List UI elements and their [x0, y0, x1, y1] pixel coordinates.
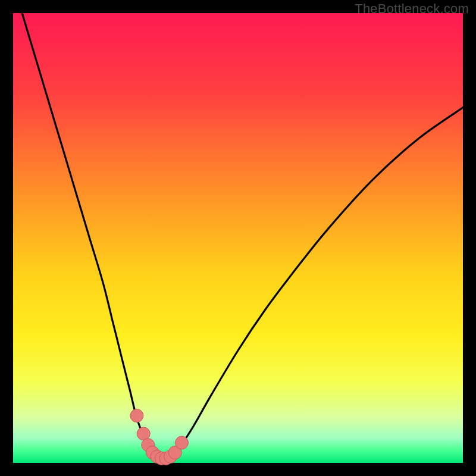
bottleneck-curve-svg: [13, 13, 463, 463]
watermark-text: TheBottleneck.com: [355, 1, 469, 17]
highlight-marker: [130, 409, 143, 422]
highlight-marker: [176, 436, 189, 449]
bottleneck-curve-path: [22, 13, 463, 460]
chart-frame: TheBottleneck.com: [0, 0, 476, 476]
plot-area: [13, 13, 463, 463]
highlight-markers-group: [130, 409, 189, 465]
